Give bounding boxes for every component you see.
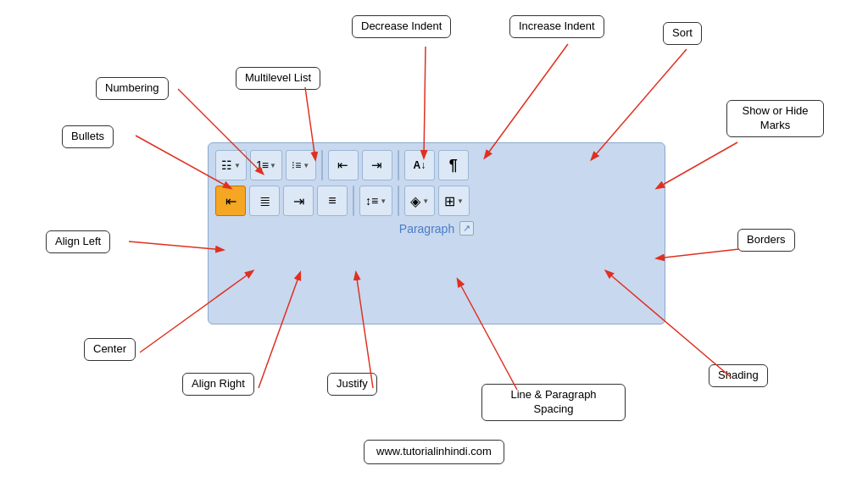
align-left-icon: ⇤ bbox=[225, 193, 236, 209]
numbering-arrow: ▼ bbox=[270, 162, 276, 169]
show-marks-icon: ¶ bbox=[449, 157, 458, 175]
line-spacing-arrow: ▼ bbox=[380, 197, 387, 205]
numbering-icon: 1≡ bbox=[256, 158, 268, 172]
divider-3 bbox=[353, 186, 354, 216]
show-marks-arrow-line bbox=[657, 142, 737, 188]
multilevel-icon: ⁝≡ bbox=[292, 159, 301, 171]
shading-label: Shading bbox=[709, 364, 768, 387]
shading-btn[interactable]: ◈ ▼ bbox=[404, 186, 435, 216]
increase-indent-arrow-line bbox=[485, 44, 568, 158]
divider-1 bbox=[321, 150, 323, 180]
show-hide-label: Show or HideMarks bbox=[726, 100, 824, 137]
show-marks-btn[interactable]: ¶ bbox=[438, 150, 469, 180]
bullets-icon: ☷ bbox=[221, 158, 232, 172]
multilevel-label: Multilevel List bbox=[236, 67, 320, 90]
align-right-icon: ⇥ bbox=[293, 193, 304, 209]
paragraph-toolbar: ☷ ▼ 1≡ ▼ ⁝≡ ▼ ⇤ ⇥ A↓ ¶ bbox=[208, 142, 665, 324]
sort-label: Sort bbox=[663, 22, 702, 45]
center-label: Center bbox=[84, 338, 136, 361]
line-spacing-icon: ↕≡ bbox=[365, 194, 378, 208]
borders-btn[interactable]: ⊞ ▼ bbox=[438, 186, 470, 216]
shading-arrow: ▼ bbox=[422, 197, 429, 205]
justify-btn[interactable]: ≡ bbox=[317, 186, 348, 216]
borders-icon: ⊞ bbox=[444, 193, 455, 209]
shading-icon: ◈ bbox=[410, 193, 420, 209]
align-right-label: Align Right bbox=[182, 373, 254, 396]
paragraph-section-label: Paragraph ↗ bbox=[215, 221, 658, 236]
paragraph-text: Paragraph bbox=[399, 222, 454, 236]
justify-icon: ≡ bbox=[328, 193, 336, 208]
center-btn[interactable]: ≣ bbox=[249, 186, 280, 216]
website-label: www.tutorialinhindi.com bbox=[364, 440, 504, 464]
expand-icon[interactable]: ↗ bbox=[459, 221, 474, 236]
increase-indent-btn[interactable]: ⇥ bbox=[362, 150, 392, 180]
multilevel-btn[interactable]: ⁝≡ ▼ bbox=[286, 150, 316, 180]
justify-label: Justify bbox=[327, 373, 377, 396]
divider-2 bbox=[398, 150, 399, 180]
decrease-indent-arrow-line bbox=[424, 47, 426, 158]
line-spacing-btn[interactable]: ↕≡ ▼ bbox=[359, 186, 392, 216]
toolbar-row-2: ⇤ ≣ ⇥ ≡ ↕≡ ▼ ◈ ▼ ⊞ ▼ bbox=[215, 186, 658, 216]
center-icon: ≣ bbox=[259, 193, 270, 209]
bullets-label: Bullets bbox=[62, 125, 114, 148]
toolbar-row-1: ☷ ▼ 1≡ ▼ ⁝≡ ▼ ⇤ ⇥ A↓ ¶ bbox=[215, 150, 658, 180]
numbering-label: Numbering bbox=[96, 77, 169, 100]
borders-arrow: ▼ bbox=[457, 197, 464, 205]
line-spacing-label: Line & ParagraphSpacing bbox=[481, 384, 626, 421]
multilevel-arrow: ▼ bbox=[303, 162, 309, 169]
numbering-btn[interactable]: 1≡ ▼ bbox=[250, 150, 282, 180]
increase-indent-label: Increase Indent bbox=[509, 15, 604, 38]
align-left-btn[interactable]: ⇤ bbox=[215, 186, 246, 216]
bullets-btn[interactable]: ☷ ▼ bbox=[215, 150, 247, 180]
borders-arrow-line bbox=[657, 249, 739, 258]
borders-label: Borders bbox=[737, 229, 795, 252]
increase-indent-icon: ⇥ bbox=[371, 158, 382, 173]
decrease-indent-btn[interactable]: ⇤ bbox=[328, 150, 359, 180]
align-right-btn[interactable]: ⇥ bbox=[283, 186, 314, 216]
sort-btn[interactable]: A↓ bbox=[404, 150, 435, 180]
align-left-label: Align Left bbox=[46, 230, 110, 253]
decrease-indent-icon: ⇤ bbox=[337, 158, 348, 173]
bullets-arrow: ▼ bbox=[234, 162, 241, 169]
sort-icon: A↓ bbox=[413, 159, 426, 171]
divider-4 bbox=[398, 186, 399, 216]
decrease-indent-label: Decrease Indent bbox=[352, 15, 451, 38]
